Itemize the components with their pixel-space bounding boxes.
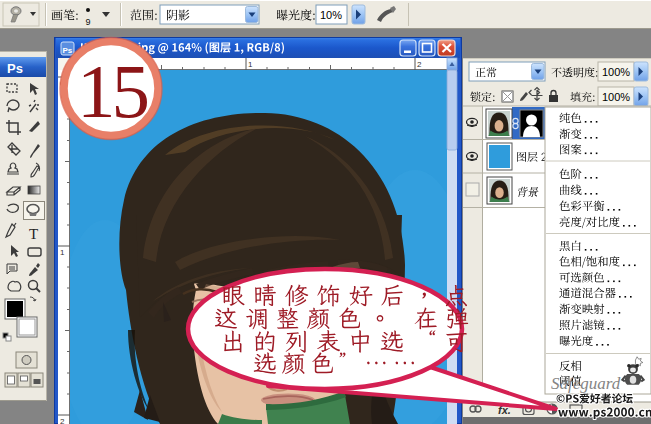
svg-text:1: 1 [248, 60, 253, 69]
svg-text:Ps: Ps [7, 61, 23, 76]
svg-text:2: 2 [417, 60, 422, 69]
svg-text:T: T [29, 226, 38, 242]
svg-text:Safeguard: Safeguard [551, 374, 621, 393]
svg-text:2: 2 [60, 417, 65, 424]
svg-text:100%: 100% [602, 91, 630, 103]
svg-text:100%: 100% [602, 66, 630, 78]
svg-text:10%: 10% [320, 9, 342, 21]
svg-text:9: 9 [86, 17, 91, 27]
svg-text:1: 1 [60, 248, 65, 257]
svg-text:15: 15 [77, 48, 148, 134]
svg-text:Ps: Ps [63, 46, 73, 55]
